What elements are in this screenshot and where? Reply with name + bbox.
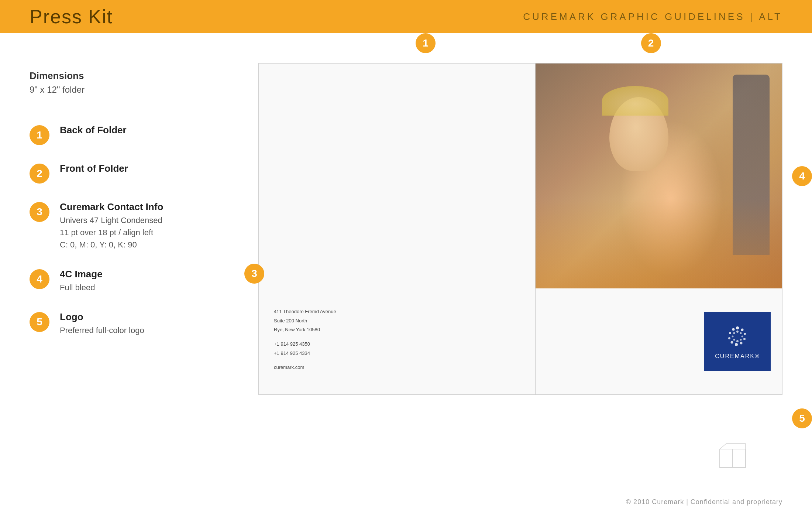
legend-title-5: Logo (60, 311, 236, 323)
dimensions-value: 9" x 12" folder (30, 85, 236, 95)
curemark-logo-icon (725, 323, 750, 349)
svg-point-18 (733, 332, 735, 334)
legend-text-5: Logo Preferred full-color logo (60, 311, 236, 336)
svg-point-9 (729, 332, 731, 334)
legend-desc-4: Full bleed (60, 281, 236, 294)
svg-point-8 (728, 337, 730, 339)
contact-line5: +1 914 925 4350 (274, 340, 520, 349)
legend-item-4: 4 4C Image Full bleed (30, 268, 236, 294)
page-header: Press Kit CUREMARK GRAPHIC GUIDELINES | … (0, 0, 812, 33)
legend-desc-3: Univers 47 Light Condensed11 pt over 18 … (60, 214, 236, 251)
legend-title-1: Back of Folder (60, 124, 236, 136)
contact-line1: 411 Theodore Fremd Avenue (274, 307, 520, 316)
svg-point-2 (741, 328, 744, 331)
diagram-badge-5: 5 (792, 408, 812, 428)
svg-point-14 (740, 339, 742, 340)
curemark-logo-box: CUREMARK® (704, 312, 771, 371)
svg-point-3 (744, 333, 746, 335)
contact-info: 411 Theodore Fremd Avenue Suite 200 Nort… (274, 307, 520, 372)
legend-desc-5: Preferred full-color logo (60, 324, 236, 336)
legend-title-3: Curemark Contact Info (60, 201, 236, 213)
legend-text-1: Back of Folder (60, 124, 236, 137)
dimensions-label: Dimensions (30, 70, 236, 82)
svg-point-11 (736, 331, 739, 333)
svg-point-10 (732, 328, 735, 331)
footer: © 2010 Curemark | Confidential and propr… (626, 498, 782, 506)
folder-front: CUREMARK® (536, 64, 782, 394)
legend-item-3: 3 Curemark Contact Info Univers 47 Light… (30, 201, 236, 251)
badge-2: 2 (30, 164, 49, 184)
folder-icon-area (716, 442, 753, 473)
svg-point-4 (743, 338, 746, 340)
svg-point-5 (740, 342, 743, 344)
legend-item-1: 1 Back of Folder (30, 124, 236, 145)
svg-line-22 (720, 444, 726, 449)
diagram-badge-3-folder: 3 (244, 264, 264, 284)
svg-point-6 (735, 343, 738, 346)
main-content: Dimensions 9" x 12" folder 1 Back of Fol… (0, 33, 812, 517)
folder-diagram-icon (716, 442, 753, 471)
legend-text-2: Front of Folder (60, 163, 236, 176)
legend-title-4: 4C Image (60, 268, 236, 280)
contact-line6: +1 914 925 4334 (274, 349, 520, 358)
footer-text: © 2010 Curemark | Confidential and propr… (626, 498, 782, 506)
contact-line8: curemark.com (274, 363, 520, 372)
badge-3: 3 (30, 202, 49, 222)
svg-point-7 (731, 341, 733, 343)
page-title: Press Kit (30, 6, 113, 28)
legend-list: 1 Back of Folder 2 Front of Folder 3 Cur… (30, 124, 236, 336)
legend-title-2: Front of Folder (60, 163, 236, 174)
svg-point-1 (736, 326, 739, 329)
photo-area (536, 64, 782, 288)
svg-rect-20 (733, 449, 746, 468)
header-subtitle: CUREMARK GRAPHIC GUIDELINES | ALT (523, 11, 782, 23)
svg-point-15 (736, 340, 739, 342)
legend-text-4: 4C Image Full bleed (60, 268, 236, 294)
dimensions-section: Dimensions 9" x 12" folder (30, 70, 236, 95)
logo-area: CUREMARK® (536, 288, 782, 394)
diagram-badge-4: 4 (792, 166, 812, 186)
legend-item-5: 5 Logo Preferred full-color logo (30, 311, 236, 336)
badge-1: 1 (30, 125, 49, 145)
diagram-badge-2: 2 (641, 33, 661, 53)
svg-point-13 (742, 335, 743, 337)
contact-line2: Suite 200 North (274, 316, 520, 326)
svg-point-16 (733, 339, 735, 340)
diagram-badge-1: 1 (416, 33, 436, 53)
curemark-logo-text: CUREMARK® (715, 353, 760, 360)
folder-back: 3 411 Theodore Fremd Avenue Suite 200 No… (259, 64, 536, 394)
svg-point-17 (732, 335, 734, 337)
svg-rect-19 (720, 449, 733, 468)
left-panel: Dimensions 9" x 12" folder 1 Back of Fol… (30, 63, 236, 495)
folder-preview: 3 411 Theodore Fremd Avenue Suite 200 No… (258, 63, 782, 395)
badge-4: 4 (30, 269, 49, 289)
svg-point-12 (740, 332, 742, 334)
legend-text-3: Curemark Contact Info Univers 47 Light C… (60, 201, 236, 251)
right-panel: 1 2 4 5 3 411 Theodore Fremd Avenue Suit… (236, 63, 782, 495)
contact-line3: Rye, New York 10580 (274, 325, 520, 335)
badge-5: 5 (30, 312, 49, 332)
legend-item-2: 2 Front of Folder (30, 163, 236, 184)
